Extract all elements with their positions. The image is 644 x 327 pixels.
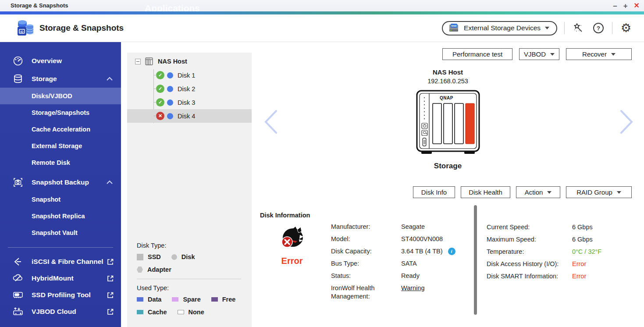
sidebar-label-storage: Storage [32, 75, 57, 83]
disk-type-dot-icon [167, 72, 173, 78]
window-controls: – + ✕ [613, 0, 640, 11]
field-label: Disk Capacity: [331, 247, 401, 256]
external-link-icon [107, 291, 114, 299]
disk-health-tab[interactable]: Disk Health [461, 186, 510, 198]
sidebar-item-vjbod-cloud[interactable]: VJBOD Cloud [0, 303, 121, 320]
sidebar-label-cache-acceleration: Cache Acceleration [32, 126, 90, 133]
sidebar-item-cache-acceleration[interactable]: Cache Acceleration [0, 121, 121, 138]
help-icon[interactable]: ? [592, 21, 605, 35]
nas-host-icon [144, 57, 154, 66]
sidebar-item-snapshot[interactable]: Snapshot [0, 191, 121, 208]
legend-spare-swatch [172, 297, 178, 302]
nas-host-name: NAS Host [433, 68, 463, 76]
nas-device-illustration[interactable]: QNAP [415, 90, 481, 156]
sidebar-item-overview[interactable]: Overview [0, 52, 121, 70]
legend-disk-swatch [171, 254, 177, 260]
disk-info-tab[interactable]: Disk Info [413, 186, 455, 198]
ssd-icon: SSD [12, 290, 24, 300]
minimize-button[interactable]: – [613, 2, 617, 10]
legend-label-cache: Cache [148, 309, 167, 316]
main-content: Performance test VJBOD Recover NAS Host … [252, 42, 644, 327]
field-label: Current Speed: [487, 223, 572, 231]
maximize-button[interactable]: + [623, 2, 628, 10]
camera-icon [12, 177, 24, 188]
tree-node-nas-host[interactable]: NAS Host [127, 54, 252, 68]
status-ok-icon: ✓ [156, 71, 164, 79]
field-label: Maximum Speed: [487, 235, 572, 244]
tree-node-disk1[interactable]: ✓ Disk 1 [127, 68, 252, 82]
close-button[interactable]: ✕ [634, 2, 640, 9]
sidebar-item-remote-disk[interactable]: Remote Disk [0, 154, 121, 171]
sidebar-item-external-storage[interactable]: External Storage [0, 138, 121, 154]
ironwolf-status: Error [270, 226, 314, 266]
app-header: IO Storage & Snapshots RAID External Sto… [0, 14, 644, 42]
sidebar-item-snapshot-vault[interactable]: Snapshot Vault [0, 224, 121, 241]
svg-text:SSD: SSD [15, 294, 19, 296]
database-icon [12, 74, 24, 84]
action-dropdown-button[interactable]: Action [516, 186, 560, 198]
sidebar-item-hybridmount[interactable]: HybridMount [0, 270, 121, 287]
tree-node-disk4[interactable]: ✕ Disk 4 [127, 109, 252, 123]
field-label: Disk SMART Information: [487, 272, 572, 281]
legend-data-swatch [137, 297, 143, 302]
device-tree-panel: NAS Host ✓ Disk 1 ✓ Disk 2 ✓ Disk 3 [127, 53, 252, 327]
sidebar-item-ssd-profiling-tool[interactable]: SSD SSD Profiling Tool [0, 287, 121, 303]
field-value: 3.64 TB (4 TB) [401, 247, 443, 256]
disk-info-scrollbar[interactable] [474, 205, 477, 315]
sidebar-item-iscsi-fibre-channel[interactable]: iSCSI & Fibre Channel [0, 253, 121, 270]
tree-node-disk3[interactable]: ✓ Disk 3 [127, 96, 252, 109]
field-label: Model: [331, 235, 401, 243]
sidebar-item-storage[interactable]: Storage [0, 70, 121, 88]
error-disk-bay [466, 103, 474, 144]
sidebar-label-snapshot-vault: Snapshot Vault [32, 229, 78, 236]
tree-disk-label: Disk 1 [178, 72, 195, 79]
magic-wand-icon[interactable] [572, 21, 585, 35]
legend-label-spare: Spare [183, 296, 200, 303]
recover-dropdown-button[interactable]: Recover [566, 48, 632, 60]
field-label: Temperature: [487, 248, 572, 256]
sidebar-item-storage-snapshots[interactable]: Storage/Snapshots [0, 104, 121, 121]
ironwolf-error-label: Error [281, 256, 303, 266]
info-icon[interactable]: i [448, 248, 455, 255]
status-ok-icon: ✓ [156, 98, 164, 107]
svg-text:RAID: RAID [451, 25, 457, 27]
sidebar-item-snapshot-backup[interactable]: Snapshot Backup [0, 173, 121, 191]
settings-gear-icon[interactable]: ⚙ [619, 21, 633, 35]
nas-host-ip: 192.168.0.253 [427, 78, 468, 85]
chevron-up-icon[interactable] [106, 180, 113, 185]
chevron-up-icon[interactable] [106, 77, 113, 81]
field-value: ST4000VN008 [401, 235, 455, 243]
raid-group-dropdown-button[interactable]: RAID Group [566, 186, 632, 198]
disk-type-dot-icon [167, 86, 173, 92]
field-label: Bus Type: [331, 259, 401, 268]
legend-ssd-swatch [137, 254, 143, 260]
sidebar-label-vjbod-cloud: VJBOD Cloud [32, 308, 76, 316]
status-error-icon: ✕ [156, 112, 164, 120]
disk-information-title: Disk Information [260, 212, 310, 219]
sidebar-label-disks-vjbod: Disks/VJBOD [32, 92, 72, 100]
vjbod-dropdown-button[interactable]: VJBOD [519, 48, 559, 60]
temperature-value: 0°C / 32°F [572, 248, 601, 256]
sidebar-item-snapshot-replica[interactable]: Snapshot Replica [0, 208, 121, 224]
field-value: 6 Gbps [572, 223, 601, 231]
tree-disk-label: Disk 4 [178, 113, 195, 120]
tree-node-disk2[interactable]: ✓ Disk 2 [127, 82, 252, 96]
legend-none-swatch [178, 310, 184, 314]
top-toolbar: Performance test VJBOD Recover [442, 48, 632, 60]
tree-disk-label: Disk 2 [178, 85, 195, 92]
chevron-down-icon [617, 191, 621, 194]
legend-label-disk: Disk [181, 253, 195, 260]
collapse-icon[interactable] [135, 59, 141, 64]
sidebar-item-disks-vjbod[interactable]: Disks/VJBOD [0, 88, 121, 104]
accent-gradient-bar [0, 11, 644, 14]
external-storage-devices-dropdown[interactable]: RAID External Storage Devices [442, 21, 557, 36]
legend-label-none: None [189, 309, 204, 316]
performance-test-button[interactable]: Performance test [442, 48, 512, 60]
ironwolf-warning-link[interactable]: Warning [401, 284, 424, 291]
chevron-down-icon [550, 53, 555, 56]
legend-label-ssd: SSD [148, 253, 161, 260]
svg-text:IO: IO [21, 30, 24, 33]
storage-snapshots-window: Storage & Snapshots Applications – + ✕ I… [0, 0, 644, 327]
disk-info-fields-right: Current Speed: 6 Gbps Maximum Speed: 6 G… [487, 223, 601, 281]
sidebar-label-snapshot: Snapshot [32, 196, 60, 203]
